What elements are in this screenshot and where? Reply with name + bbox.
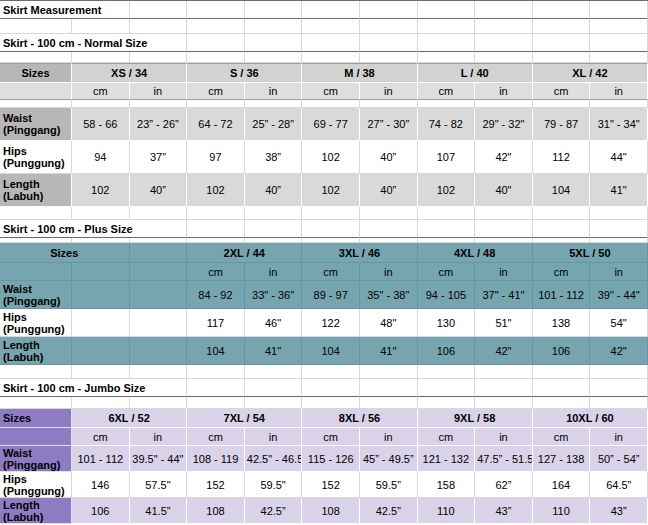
empty-cell xyxy=(475,379,533,397)
empty-cell xyxy=(360,19,418,34)
empty-cell xyxy=(72,19,130,34)
size-header: 2XL / 44 xyxy=(187,243,302,263)
empty-cell xyxy=(533,365,591,379)
value-cell: 106 xyxy=(72,498,130,524)
empty-cell xyxy=(475,100,533,108)
empty-cell xyxy=(302,19,360,34)
empty-cell xyxy=(360,397,418,409)
empty-cell xyxy=(533,19,591,34)
sheet-title: Skirt Measurement xyxy=(0,1,130,19)
value-cell: 39.5" - 44" xyxy=(130,446,188,472)
row-label: Waist(Pinggang) xyxy=(0,281,72,309)
value-cell: 62” xyxy=(475,472,533,498)
empty-cell xyxy=(130,309,188,337)
size-header: XS / 34 xyxy=(72,63,187,83)
value-cell: 107 xyxy=(418,141,476,174)
size-header: L / 40 xyxy=(418,63,533,83)
value-cell: 102 xyxy=(72,174,130,207)
empty-cell xyxy=(590,220,648,238)
value-cell: 42" xyxy=(590,337,648,365)
empty-cell xyxy=(590,207,648,220)
empty-cell xyxy=(475,34,533,52)
empty-cell xyxy=(590,1,648,19)
row-label-line1: Length xyxy=(3,499,69,511)
empty-cell xyxy=(590,397,648,409)
value-cell: 121 - 132 xyxy=(418,446,476,472)
empty-cell xyxy=(187,19,245,34)
empty-cell xyxy=(0,19,72,34)
sizes-header: Sizes xyxy=(0,409,72,428)
empty-cell xyxy=(418,19,476,34)
empty-cell xyxy=(187,52,245,63)
empty-cell xyxy=(72,309,130,337)
empty-cell xyxy=(475,52,533,63)
row-label-line1: Hips xyxy=(3,145,69,157)
value-cell: 122 xyxy=(302,309,360,337)
empty-cell xyxy=(187,207,245,220)
empty-cell xyxy=(72,337,130,365)
row-label-line2: (Pinggang) xyxy=(3,459,69,471)
empty-cell xyxy=(418,365,476,379)
empty-cell xyxy=(418,1,476,19)
row-label-line2: (Pinggang) xyxy=(3,295,69,307)
empty-cell xyxy=(302,52,360,63)
value-cell: 152 xyxy=(187,472,245,498)
empty-cell xyxy=(360,100,418,108)
value-cell: 158 xyxy=(418,472,476,498)
value-cell: 48" xyxy=(360,309,418,337)
value-cell: 57.5" xyxy=(130,472,188,498)
size-header: 3XL / 46 xyxy=(302,243,417,263)
value-cell: 33" - 36" xyxy=(245,281,303,309)
size-header: 4XL / 48 xyxy=(418,243,533,263)
value-cell: 94 - 105 xyxy=(418,281,476,309)
value-cell: 59.5" xyxy=(245,472,303,498)
empty-cell xyxy=(302,1,360,19)
size-header: 8XL / 56 xyxy=(302,409,417,428)
row-label-line1: Waist xyxy=(3,112,69,124)
row-label-line2: (Punggung) xyxy=(3,157,69,169)
empty-cell xyxy=(0,397,72,409)
value-cell: 108 xyxy=(187,498,245,524)
value-cell: 35" - 38" xyxy=(360,281,418,309)
unit-header: cm xyxy=(418,428,476,446)
empty-cell xyxy=(418,52,476,63)
empty-cell xyxy=(130,243,188,263)
empty-cell xyxy=(130,281,188,309)
unit-header: cm xyxy=(418,83,476,100)
empty-cell xyxy=(360,34,418,52)
empty-cell xyxy=(418,100,476,108)
value-cell: 41" xyxy=(360,337,418,365)
empty-cell xyxy=(72,207,130,220)
empty-cell xyxy=(418,34,476,52)
value-cell: 25” - 28” xyxy=(245,108,303,141)
empty-cell xyxy=(533,52,591,63)
value-cell: 42.5” xyxy=(360,498,418,524)
unit-header: in xyxy=(590,428,648,446)
empty-cell xyxy=(533,1,591,19)
value-cell: 117 xyxy=(187,309,245,337)
value-cell: 104 xyxy=(187,337,245,365)
empty-cell xyxy=(187,365,245,379)
value-cell: 108 xyxy=(302,498,360,524)
value-cell: 104 xyxy=(533,174,591,207)
empty-cell xyxy=(533,397,591,409)
empty-cell xyxy=(130,365,188,379)
row-label-line2: (Pinggang) xyxy=(3,124,69,136)
value-cell: 40" xyxy=(475,174,533,207)
value-cell: 74 - 82 xyxy=(418,108,476,141)
unit-header: in xyxy=(130,83,188,100)
empty-cell xyxy=(360,52,418,63)
row-label-line1: Waist xyxy=(3,283,69,295)
empty-cell xyxy=(0,100,72,108)
empty-cell xyxy=(475,19,533,34)
empty-cell xyxy=(245,397,303,409)
section-title: Skirt - 100 cm - Jumbo Size xyxy=(0,379,187,397)
sheet-body: Skirt MeasurementSkirt - 100 cm - Normal… xyxy=(0,1,648,524)
empty-cell xyxy=(475,1,533,19)
row-label-line1: Length xyxy=(3,339,69,351)
value-cell: 104 xyxy=(302,337,360,365)
empty-cell xyxy=(590,19,648,34)
empty-cell xyxy=(130,397,188,409)
value-cell: 110 xyxy=(533,498,591,524)
empty-cell xyxy=(302,379,360,397)
